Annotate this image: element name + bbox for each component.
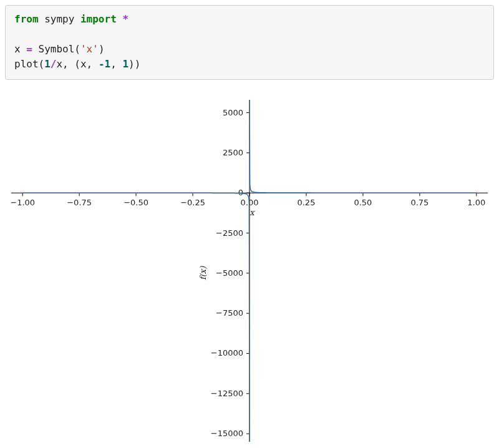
code-line-1: from sympy import * <box>14 13 128 25</box>
operator-slash: / <box>51 58 57 70</box>
x-tick-label: 0.75 <box>410 198 429 207</box>
string-literal: 'x' <box>80 43 99 55</box>
x-tick-label: −1.00 <box>11 198 35 207</box>
series-1-over-x-pos <box>250 100 477 193</box>
x-tick-label: 0.50 <box>354 198 372 207</box>
code-cell[interactable]: from sympy import * x = Symbol('x') plot… <box>5 5 494 80</box>
x-tick-label: 1.00 <box>467 198 485 207</box>
y-tick-label: 2500 <box>223 148 243 157</box>
y-tick-label: −7500 <box>216 308 243 318</box>
keyword-import: import <box>80 13 117 25</box>
notebook-page: from sympy import * x = Symbol('x') plot… <box>0 0 499 448</box>
y-tick-label: −5000 <box>216 268 243 278</box>
x-tick-label: −0.50 <box>124 198 148 207</box>
y-tick-label: −12500 <box>211 389 243 398</box>
x-tick-label: −0.75 <box>67 198 92 207</box>
y-tick-label: −2500 <box>216 228 243 238</box>
operator-star: * <box>122 13 128 25</box>
module-name: sympy <box>39 13 80 25</box>
number-literal: 1 <box>44 58 51 70</box>
code-line-2: x = Symbol('x') <box>14 43 105 55</box>
x-tick-label: −0.25 <box>180 198 205 207</box>
y-tick-label: 0 <box>238 188 243 197</box>
plot-output: −1.00−0.75−0.50−0.250.000.250.500.751.00… <box>11 100 488 442</box>
code-line-3: plot(1/x, (x, -1, 1)) <box>14 58 140 70</box>
y-tick-label: 5000 <box>223 108 243 117</box>
keyword-from: from <box>14 13 39 25</box>
number-literal: 1 <box>122 58 128 70</box>
plot-canvas: −1.00−0.75−0.50−0.250.000.250.500.751.00… <box>11 100 488 442</box>
x-tick-label: 0.25 <box>297 198 315 207</box>
y-axis-label: f(x) <box>198 266 208 280</box>
y-tick-label: −15000 <box>211 429 243 438</box>
x-axis-label: x <box>250 208 255 217</box>
number-literal: -1 <box>99 58 110 70</box>
operator-eq: = <box>26 43 32 55</box>
y-tick-label: −10000 <box>211 348 243 358</box>
